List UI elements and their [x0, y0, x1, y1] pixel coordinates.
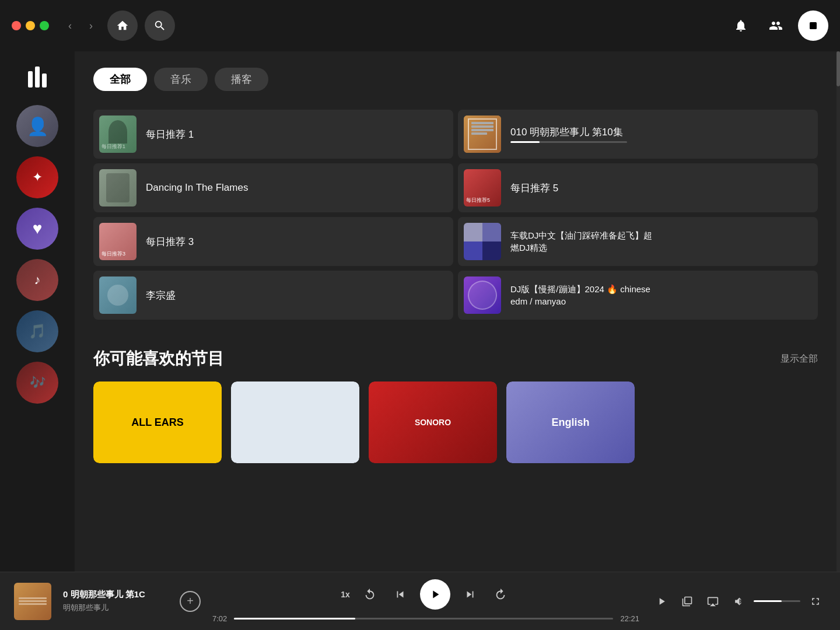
progress-bar	[510, 141, 627, 143]
section-header: 你可能喜欢的节目 显示全部	[93, 348, 818, 370]
tab-all[interactable]: 全部	[93, 68, 147, 91]
main-content: 全部 音乐 播客 每日推荐1 每日推荐 1	[75, 51, 836, 572]
rec-thumbnail	[231, 382, 359, 463]
tab-music[interactable]: 音乐	[154, 68, 208, 91]
user-profile-button[interactable]	[798, 10, 828, 41]
progress-fill	[510, 141, 540, 143]
rec-thumbnail: ALL EARS	[93, 382, 222, 463]
rec-card[interactable]: ALL EARS	[93, 382, 222, 463]
item-info: 010 明朝那些事儿 第10集	[510, 125, 627, 143]
title-bar-right	[728, 10, 828, 41]
sidebar-avatar-5[interactable]: 🎵	[16, 310, 58, 352]
now-playing-thumbnail	[14, 583, 51, 620]
episodes-button[interactable]	[651, 591, 672, 612]
now-playing-bar: 0 明朝那些事儿 第1C 明朝那些事儿 + 1x	[0, 572, 840, 630]
filter-tabs: 全部 音乐 播客	[93, 68, 818, 91]
home-button[interactable]	[107, 10, 138, 41]
play-icon	[429, 588, 442, 601]
list-item[interactable]: Dancing In The Flames	[93, 163, 453, 212]
rewind-button[interactable]	[359, 584, 380, 605]
search-icon	[153, 19, 166, 32]
logo-bar-1	[28, 71, 33, 88]
list-item[interactable]: 车载DJ中文【油门踩碎准备起飞】超 燃DJ精选	[458, 217, 818, 266]
minimize-button[interactable]	[26, 21, 35, 30]
sidebar: 👤 ✦ ♥ ♪ 🎵 🎶	[0, 51, 75, 572]
rec-card[interactable]: SONORO	[369, 382, 497, 463]
progress-row: 7:02 22:21	[212, 614, 639, 623]
right-controls	[651, 591, 826, 612]
item-thumbnail	[99, 169, 136, 206]
play-pause-button[interactable]	[420, 579, 450, 610]
logo-bar-2	[35, 66, 40, 88]
list-item[interactable]: 010 明朝那些事儿 第10集	[458, 110, 818, 159]
now-playing-info: 0 明朝那些事儿 第1C 明朝那些事儿	[63, 589, 168, 613]
item-thumbnail: 每日推荐5	[464, 169, 501, 206]
speed-button[interactable]: 1x	[341, 590, 350, 599]
sidebar-avatar-4[interactable]: ♪	[16, 259, 58, 301]
user-icon	[808, 20, 818, 31]
rec-card[interactable]	[231, 382, 359, 463]
notification-button[interactable]	[728, 13, 754, 38]
sidebar-avatar-3[interactable]: ♥	[16, 208, 58, 250]
progress-track[interactable]	[234, 618, 613, 620]
sidebar-avatar-6[interactable]: 🎶	[16, 362, 58, 404]
volume-icon	[733, 596, 744, 607]
item-thumbnail	[464, 223, 501, 260]
scrollbar-track[interactable]	[836, 51, 840, 572]
item-title: 车载DJ中文【油门踩碎准备起飞】超 燃DJ精选	[510, 229, 652, 254]
time-total: 22:21	[620, 614, 639, 623]
recommendations-row: ALL EARS SONORO English	[93, 382, 818, 463]
users-icon	[769, 19, 783, 33]
show-all-button[interactable]: 显示全部	[780, 353, 818, 365]
forward-button[interactable]: ›	[82, 16, 100, 35]
add-to-library-button[interactable]: +	[180, 591, 201, 612]
fast-forward-icon	[494, 588, 507, 601]
skip-back-button[interactable]	[390, 584, 411, 605]
rec-label: SONORO	[415, 418, 451, 427]
logo-bar-3	[42, 74, 47, 88]
list-item[interactable]: DJ版【慢摇/蹦迪】2024 🔥 chinese edm / manyao	[458, 271, 818, 320]
queue-button[interactable]	[677, 591, 698, 612]
list-item[interactable]: 每日推荐1 每日推荐 1	[93, 110, 453, 159]
list-item[interactable]: 李宗盛	[93, 271, 453, 320]
rec-card[interactable]: English	[506, 382, 635, 463]
volume-button[interactable]	[728, 591, 749, 612]
list-item[interactable]: 每日推荐3 每日推荐 3	[93, 217, 453, 266]
time-current: 7:02	[212, 614, 227, 623]
item-thumbnail	[99, 276, 136, 314]
friends-button[interactable]	[763, 13, 789, 38]
item-title: 每日推荐 3	[146, 235, 447, 249]
airplay-button[interactable]	[702, 591, 723, 612]
back-button[interactable]: ‹	[61, 16, 79, 35]
control-buttons: 1x	[341, 579, 511, 610]
item-thumbnail: 每日推荐1	[99, 116, 136, 153]
traffic-lights	[12, 21, 49, 30]
sidebar-avatar-2[interactable]: ✦	[16, 156, 58, 198]
rewind-icon	[363, 588, 376, 601]
progress-fill	[234, 618, 355, 620]
now-playing-title: 0 明朝那些事儿 第1C	[63, 589, 168, 600]
volume-fill	[754, 600, 782, 602]
home-icon	[116, 19, 129, 32]
title-bar: ‹ ›	[0, 0, 840, 51]
sidebar-avatar-1[interactable]: 👤	[16, 105, 58, 147]
scrollbar-thumb[interactable]	[836, 51, 840, 86]
expand-button[interactable]	[805, 591, 826, 612]
playback-controls: 1x	[212, 579, 639, 623]
tab-podcast[interactable]: 播客	[215, 68, 268, 91]
close-button[interactable]	[12, 21, 21, 30]
skip-forward-icon	[464, 588, 477, 601]
rec-thumbnail: English	[506, 382, 635, 463]
list-item[interactable]: 每日推荐5 每日推荐 5	[458, 163, 818, 212]
item-title: 每日推荐 5	[510, 181, 812, 195]
maximize-button[interactable]	[40, 21, 49, 30]
skip-forward-button[interactable]	[460, 584, 481, 605]
rec-label: English	[551, 416, 589, 429]
volume-track[interactable]	[754, 600, 800, 602]
fast-forward-button[interactable]	[490, 584, 511, 605]
svg-rect-0	[810, 22, 817, 29]
rec-label: ALL EARS	[131, 416, 184, 429]
sidebar-logo	[19, 63, 56, 91]
section-title: 你可能喜欢的节目	[93, 348, 224, 370]
search-button[interactable]	[145, 10, 175, 41]
